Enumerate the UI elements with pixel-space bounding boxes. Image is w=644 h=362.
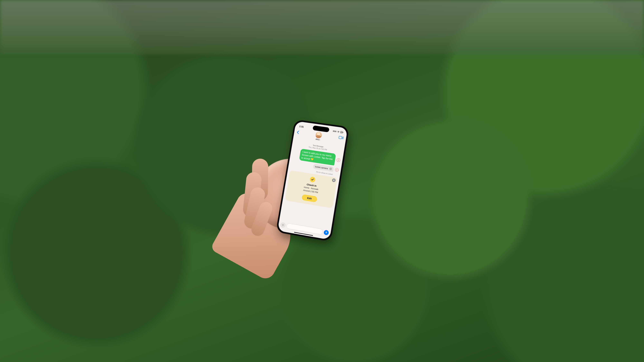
checkin-card: Check In Home · Norwalk Around 2:50 PM E… xyxy=(285,171,338,208)
contact-name[interactable]: Jillian› xyxy=(315,138,320,141)
status-sos: SOS xyxy=(333,130,337,133)
safari-compass-icon xyxy=(329,167,332,171)
chevron-right-icon: › xyxy=(320,139,321,141)
battery-indicator: 80 xyxy=(340,131,343,134)
wifi-icon xyxy=(337,131,340,133)
status-time: 1:31 xyxy=(299,125,304,128)
not-delivered-icon[interactable]: ! xyxy=(335,168,339,172)
contact-avatar[interactable] xyxy=(315,132,322,139)
message-thread[interactable]: Text Message Thu, May 25 at 2:56 PM I wa… xyxy=(279,141,344,229)
back-button[interactable] xyxy=(296,129,299,135)
svg-rect-0 xyxy=(339,136,342,139)
phone-screen: 1:31 SOS 80 Jillian› xyxy=(278,121,348,240)
send-button[interactable] xyxy=(324,230,329,235)
facetime-button[interactable] xyxy=(338,135,344,140)
plus-button[interactable]: + xyxy=(280,222,286,228)
edit-button[interactable]: Edit xyxy=(302,194,318,202)
close-button[interactable] xyxy=(332,178,336,182)
checkmark-icon xyxy=(310,177,316,183)
link-text: locket.camera xyxy=(315,166,328,170)
not-delivered-icon[interactable]: ! xyxy=(336,158,340,162)
phone-frame: 1:31 SOS 80 Jillian› xyxy=(276,119,350,242)
